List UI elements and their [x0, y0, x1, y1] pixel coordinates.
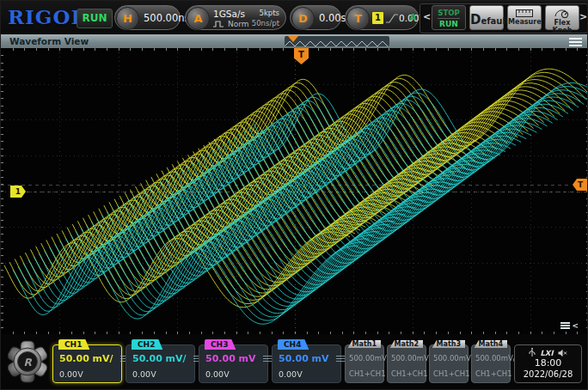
run-state-badge[interactable]: RUN — [77, 9, 113, 28]
time-display: 18:00 — [515, 357, 581, 369]
math1-source: CH1+CH1 — [349, 369, 386, 378]
ch3-scale: 50.00 mV — [205, 353, 256, 364]
flex-knob-label: Flex Knob — [546, 19, 579, 34]
channel-box-ch1[interactable]: CH1 50.00 mV/ 0.00V — [52, 344, 122, 383]
ruler-icon — [516, 9, 533, 17]
toolbar-prev-icon[interactable]: < — [423, 11, 431, 22]
flex-knob-button[interactable]: Flex Knob — [545, 5, 579, 30]
ch1-offset: 0.00V — [59, 369, 83, 379]
math1-tab[interactable]: Math1 — [348, 340, 381, 348]
svg-text:R: R — [23, 356, 32, 369]
stop-run-button[interactable]: STOP RUN — [432, 5, 466, 30]
math2-source: CH1+CH1 — [391, 369, 428, 378]
ch4-offset: 0.00V — [279, 369, 303, 379]
acquire-icon[interactable]: A — [187, 7, 210, 30]
ch1-scale: 50.00 mV/ — [59, 353, 113, 364]
stop-label: STOP — [432, 9, 465, 17]
gear-icon: R — [8, 339, 47, 384]
titlebar-menu-icon[interactable] — [569, 38, 582, 48]
delay-value: 0.00s — [319, 12, 346, 24]
math3-scale: 500.00mV/ — [433, 354, 474, 363]
math2-tab[interactable]: Math2 — [390, 340, 423, 348]
math1-box[interactable]: Math1 500.00mV/ CH1+CH1 — [345, 344, 384, 383]
trigger-settings-button[interactable]: T 1 0.00V — [345, 5, 419, 30]
measure-button[interactable]: Measure — [507, 5, 542, 30]
math2-box[interactable]: Math2 500.00mV/ CH1+CH1 — [387, 344, 426, 383]
math4-tab[interactable]: Math4 — [475, 340, 507, 348]
hamburger-icon — [560, 321, 570, 331]
speaker-muted-icon — [558, 349, 567, 357]
measure-label: Measure — [508, 18, 541, 26]
math4-box[interactable]: Math4 500.00mV/ CH1+CH1 — [471, 344, 511, 383]
datetime-box[interactable]: LXI 18:00 2022/06/28 — [514, 344, 582, 383]
ch1-tab[interactable]: CH1 — [58, 339, 89, 350]
trigger-sweep-auto: A — [409, 12, 417, 23]
run-label: RUN — [432, 20, 465, 28]
horizontal-settings-button[interactable]: H 500.00ns/ — [114, 5, 181, 30]
math1-scale: 500.00mV/ — [349, 354, 389, 363]
time-resolution: 50ns/pt — [252, 19, 279, 27]
pulse-icon — [213, 21, 224, 27]
page-title: Waveform View — [9, 36, 89, 46]
math4-scale: 500.00mV/ — [475, 354, 516, 363]
timebase-overview-strip[interactable] — [285, 36, 389, 46]
trigger-position-indicator[interactable] — [288, 36, 298, 42]
waveform-display-area: T 1 T < — [1, 48, 588, 334]
rigol-logo: RIGOL — [8, 5, 86, 28]
ch2-offset: 0.00V — [132, 369, 156, 379]
top-toolbar: RIGOL RUN H 500.00ns/ A 1GSa/s Norm 5kpt… — [1, 1, 588, 35]
ch3-tab[interactable]: CH3 — [205, 339, 236, 350]
math3-source: CH1+CH1 — [433, 369, 470, 378]
ch2-scale: 50.00 mV/ — [132, 353, 187, 364]
usb-icon — [529, 348, 536, 357]
oscilloscope-screen: RIGOL RUN H 500.00ns/ A 1GSa/s Norm 5kpt… — [0, 0, 588, 390]
lxi-badge: LXI — [540, 349, 553, 357]
waveform-view-titlebar: Waveform View — [1, 34, 588, 49]
math3-tab[interactable]: Math3 — [432, 340, 465, 348]
knob-icon — [554, 9, 571, 18]
math3-box[interactable]: Math3 500.00mV/ CH1+CH1 — [429, 344, 469, 383]
stop-run-divider — [438, 18, 460, 19]
rising-edge-icon — [386, 13, 398, 24]
memory-depth: 5kpts — [260, 9, 280, 17]
channel-box-ch4[interactable]: CH4 50.00 mV 0.00V — [272, 344, 341, 383]
default-button[interactable]: Default — [469, 5, 504, 30]
delay-icon[interactable]: D — [291, 7, 315, 30]
channel-box-ch3[interactable]: CH3 50.00 mV 0.00V — [199, 344, 268, 383]
ch2-tab[interactable]: CH2 — [132, 339, 162, 350]
ch3-offset: 0.00V — [205, 369, 230, 379]
rigol-gear-button[interactable]: R — [8, 339, 47, 384]
default-label: Default — [470, 12, 503, 27]
ch4-tab[interactable]: CH4 — [278, 339, 309, 350]
date-display: 2022/06/28 — [515, 369, 581, 380]
math2-scale: 500.00mV/ — [391, 354, 432, 363]
delay-settings-button[interactable]: D 0.00s — [290, 5, 341, 30]
trigger-source-badge: 1 — [372, 12, 383, 24]
waveform-canvas[interactable] — [1, 48, 588, 334]
channel-box-ch2[interactable]: CH2 50.00 mV/ 0.00V — [126, 344, 195, 383]
results-panel-handle[interactable]: < — [560, 321, 579, 331]
math4-source: CH1+CH1 — [475, 369, 512, 378]
trigger-icon[interactable]: T — [346, 7, 370, 30]
collapse-chevron-icon: < — [572, 321, 579, 330]
acquire-mode: Norm — [228, 20, 249, 28]
sample-rate: 1GSa/s — [213, 9, 245, 19]
bottom-status-bar: R CH1 50.00 mV/ 0.00V CH2 50.00 mV/ 0.00… — [1, 334, 588, 390]
ch4-scale: 50.00 mV — [279, 353, 329, 364]
horizontal-icon[interactable]: H — [116, 7, 139, 30]
toolbar-next-icon[interactable]: > — [579, 11, 587, 22]
waveform-preview-icon — [285, 39, 389, 46]
acquire-settings-button[interactable]: A 1GSa/s Norm 5kpts 50ns/pt — [185, 5, 286, 30]
